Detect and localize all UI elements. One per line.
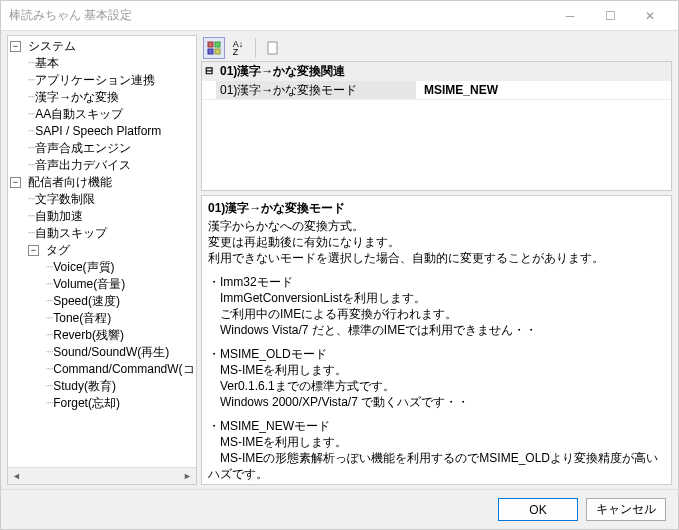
property-toolbar: A↓Z: [201, 35, 672, 61]
tree-item[interactable]: ┈Volume(音量): [46, 276, 194, 293]
description-text: 変更は再起動後に有効になります。: [208, 234, 665, 250]
tree-node-system[interactable]: − システム: [10, 38, 194, 55]
categorized-icon: [207, 41, 221, 55]
tree-item[interactable]: ┈文字数制限: [28, 191, 194, 208]
grid-property-row[interactable]: 01)漢字→かな変換モード MSIME_NEW: [202, 81, 671, 100]
collapse-icon[interactable]: −: [10, 41, 21, 52]
svg-rect-3: [215, 49, 220, 54]
close-button[interactable]: ✕: [630, 2, 670, 30]
description-text: ImmGetConversionListを利用します。: [208, 290, 665, 306]
grid-category-row[interactable]: ⊟ 01)漢字→かな変換関連: [202, 62, 671, 81]
property-value[interactable]: MSIME_NEW: [416, 81, 671, 99]
description-text: Ver0.1.6.1までの標準方式です。: [208, 378, 665, 394]
tree-item[interactable]: ┈漢字→かな変換: [28, 89, 194, 106]
tree-node-broadcaster[interactable]: − 配信者向け機能: [10, 174, 194, 191]
description-text: ・MSIME_OLDモード: [208, 346, 665, 362]
description-text: ご利用中のIMEによる再変換が行われます。: [208, 306, 665, 322]
svg-rect-1: [215, 42, 220, 47]
scroll-track[interactable]: [25, 468, 179, 484]
description-title: 01)漢字→かな変換モード: [208, 200, 665, 216]
tree-item[interactable]: ┈Sound/SoundW(再生): [46, 344, 194, 361]
categorized-view-button[interactable]: [203, 37, 225, 59]
tree-item[interactable]: ┈Tone(音程): [46, 310, 194, 327]
tree-item[interactable]: ┈自動スキップ: [28, 225, 194, 242]
description-panel: 01)漢字→かな変換モード 漢字からかなへの変換方式。 変更は再起動後に有効にな…: [201, 195, 672, 485]
tree-item[interactable]: ┈Forget(忘却): [46, 395, 194, 412]
tree-item[interactable]: ┈Reverb(残響): [46, 327, 194, 344]
horizontal-scrollbar[interactable]: ◄ ►: [8, 467, 196, 484]
tree-item[interactable]: ┈アプリケーション連携: [28, 72, 194, 89]
description-text: 利用できないモードを選択した場合、自動的に変更することがあります。: [208, 250, 665, 266]
property-pages-button[interactable]: [262, 37, 284, 59]
maximize-button[interactable]: ☐: [590, 2, 630, 30]
ok-button[interactable]: OK: [498, 498, 578, 521]
tree-item[interactable]: ┈Study(教育): [46, 378, 194, 395]
alphabetical-view-button[interactable]: A↓Z: [227, 37, 249, 59]
tree-item[interactable]: ┈自動加速: [28, 208, 194, 225]
tree-node-tag[interactable]: − タグ: [28, 242, 194, 259]
tree-panel[interactable]: − システム ┈基本 ┈アプリケーション連携 ┈漢字→かな変換 ┈AA自動スキッ…: [7, 35, 197, 485]
tree-item[interactable]: ┈SAPI / Speech Platform: [28, 123, 194, 140]
description-text: ・Imm32モード: [208, 274, 665, 290]
description-text: 漢字からかなへの変換方式。: [208, 218, 665, 234]
sort-az-icon: A↓Z: [233, 40, 244, 56]
toolbar-separator: [255, 38, 256, 58]
tree-item[interactable]: ┈音声出力デバイス: [28, 157, 194, 174]
tree-item[interactable]: ┈Speed(速度): [46, 293, 194, 310]
tree-item[interactable]: ┈基本: [28, 55, 194, 72]
tree-item[interactable]: ┈AA自動スキップ: [28, 106, 194, 123]
description-text: MS-IMEを利用します。: [208, 434, 665, 450]
dialog-buttons: OK キャンセル: [1, 489, 678, 529]
collapse-icon[interactable]: −: [28, 245, 39, 256]
collapse-icon[interactable]: −: [10, 177, 21, 188]
description-text: MS-IMEの形態素解析っぽい機能を利用するのでMSIME_OLDより変換精度が…: [208, 450, 665, 482]
description-text: Windows 2000/XP/Vista/7 で動くハズです・・: [208, 394, 665, 410]
titlebar: 棒読みちゃん 基本設定 ─ ☐ ✕: [1, 1, 678, 31]
description-text: ・MSIME_NEWモード: [208, 418, 665, 434]
category-label: 01)漢字→かな変換関連: [216, 62, 416, 80]
cancel-button[interactable]: キャンセル: [586, 498, 666, 521]
description-text: MS-IMEを利用します。: [208, 362, 665, 378]
description-text: Windows 2000/XP/Vista/7 で動くハズです・・: [208, 482, 665, 485]
scroll-left-icon[interactable]: ◄: [8, 468, 25, 484]
window-title: 棒読みちゃん 基本設定: [9, 7, 550, 24]
tree-item[interactable]: ┈音声合成エンジン: [28, 140, 194, 157]
scroll-right-icon[interactable]: ►: [179, 468, 196, 484]
property-grid[interactable]: ⊟ 01)漢字→かな変換関連 01)漢字→かな変換モード MSIME_NEW: [201, 61, 672, 191]
tree-item[interactable]: ┈Voice(声質): [46, 259, 194, 276]
settings-window: 棒読みちゃん 基本設定 ─ ☐ ✕ − システム ┈基本 ┈アプリケーション連携…: [0, 0, 679, 530]
collapse-icon[interactable]: ⊟: [202, 62, 216, 80]
minimize-button[interactable]: ─: [550, 2, 590, 30]
page-icon: [266, 41, 280, 55]
tree-item[interactable]: ┈Command/CommandW(コ: [46, 361, 194, 378]
property-label: 01)漢字→かな変換モード: [216, 81, 416, 99]
svg-rect-4: [268, 42, 277, 54]
description-text: Windows Vista/7 だと、標準のIMEでは利用できません・・: [208, 322, 665, 338]
svg-rect-0: [208, 42, 213, 47]
svg-rect-2: [208, 49, 213, 54]
